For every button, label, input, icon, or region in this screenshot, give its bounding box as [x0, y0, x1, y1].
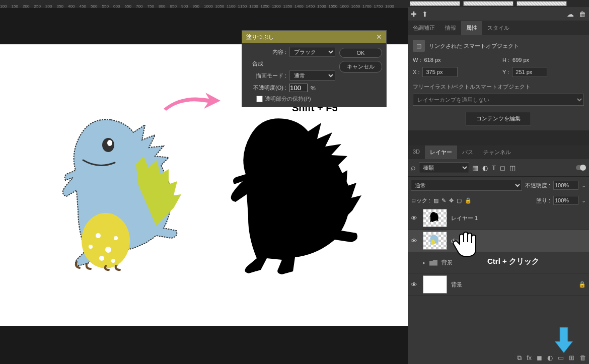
svg-point-3 — [105, 247, 111, 253]
lock-position-icon[interactable]: ✥ — [449, 197, 454, 204]
props-tab-0[interactable]: 色調補正 — [408, 21, 440, 35]
lock-icon: 🔒 — [578, 281, 586, 288]
horizontal-ruler: 1001502002503003504004505005506006507007… — [0, 0, 408, 9]
lock-artboard-icon[interactable]: ▢ — [457, 197, 462, 204]
layer-row[interactable]: 👁背景🔒 — [408, 273, 589, 296]
fill-label: 塗り : — [536, 197, 550, 204]
search-icon[interactable]: ⌕ — [411, 163, 416, 172]
layer-comp-select[interactable]: レイヤーカンプを適用しない — [413, 94, 584, 106]
library-action-bar: ✚ ⬆ ☁ 🗑 — [408, 7, 589, 21]
ctrl-click-label: Ctrl + クリック — [487, 257, 539, 266]
library-thumb[interactable] — [517, 1, 567, 6]
visibility-eye-icon[interactable]: 👁 — [411, 214, 419, 222]
mode-select[interactable]: 通常 — [289, 70, 335, 81]
dinosaur-silhouette-artwork — [211, 110, 362, 276]
fill-dropdown-icon[interactable]: ⌄ — [581, 197, 586, 204]
layer-tab-1[interactable]: レイヤー — [425, 145, 457, 159]
right-panel: ✚ ⬆ ☁ 🗑 色調補正情報属性スタイル ◫ リンクされた スマートオブジェクト… — [408, 0, 589, 364]
mask-icon[interactable]: ◼ — [537, 354, 542, 362]
layer-filter-row: ⌕ 種類 ▦ ◐ T ◻ ◫ — [408, 159, 589, 177]
filter-adjustment-icon[interactable]: ◐ — [482, 164, 488, 172]
properties-panel: ◫ リンクされた スマートオブジェクト W :618 px H :699 px … — [408, 35, 589, 130]
close-icon[interactable]: ✕ — [376, 33, 382, 41]
layer-name-text: 背景 — [451, 281, 462, 288]
opacity-input[interactable] — [289, 84, 308, 92]
layer-thumbnail[interactable] — [423, 232, 447, 250]
chevron-right-icon[interactable]: ▸ — [423, 260, 425, 265]
layers-panel-tabs: 3Dレイヤーパスチャンネル — [408, 145, 589, 159]
filter-type-select[interactable]: 種類 — [419, 162, 469, 173]
link-layers-icon[interactable]: ⧉ — [517, 354, 522, 362]
opacity-dropdown-icon[interactable]: ⌄ — [581, 182, 586, 189]
svg-point-6 — [111, 259, 115, 263]
linked-path-label: フリーイラスト/ベクトルスマートオブジェクト — [413, 83, 584, 91]
svg-point-2 — [89, 245, 93, 249]
layer-thumbnail[interactable] — [423, 275, 447, 294]
x-input[interactable] — [422, 67, 458, 77]
layer-opacity-input[interactable] — [553, 181, 578, 190]
layer-tab-2[interactable]: パス — [457, 145, 478, 159]
svg-point-0 — [82, 213, 130, 268]
svg-point-5 — [99, 256, 104, 261]
tutorial-arrow-icon — [161, 90, 222, 115]
height-label: H : — [502, 57, 509, 63]
dialog-titlebar[interactable]: 塗りつぶし ✕ — [242, 31, 386, 43]
y-label: Y : — [502, 69, 509, 75]
filter-toggle[interactable] — [576, 165, 586, 170]
filter-pixel-icon[interactable]: ▦ — [472, 164, 478, 172]
fill-dialog: 塗りつぶし ✕ 内容 : ブラック 合成 描画モード : 通常 不透明度(O) … — [242, 30, 387, 107]
props-tab-3[interactable]: スタイル — [482, 21, 514, 35]
filter-type-icon[interactable]: T — [492, 164, 496, 172]
fill-opacity-input[interactable] — [553, 196, 578, 205]
opacity-unit: % — [311, 85, 316, 91]
library-thumbnails — [408, 0, 589, 7]
delete-layer-icon[interactable]: 🗑 — [579, 354, 586, 362]
layer-thumbnail[interactable] — [423, 209, 447, 227]
lock-all-icon[interactable]: 🔒 — [465, 197, 472, 204]
fx-icon[interactable]: fx — [527, 354, 532, 362]
add-icon[interactable]: ✚ — [411, 10, 417, 18]
new-layer-icon[interactable]: ⊞ — [569, 354, 574, 362]
library-thumb[interactable] — [410, 1, 460, 6]
visibility-eye-icon[interactable]: 👁 — [411, 237, 419, 245]
props-tab-1[interactable]: 情報 — [440, 21, 461, 35]
y-input[interactable] — [512, 67, 547, 77]
height-value: 699 px — [512, 57, 529, 63]
properties-tabs: 色調補正情報属性スタイル — [408, 21, 589, 35]
filter-smart-icon[interactable]: ◫ — [509, 164, 516, 172]
layer-opacity-label: 不透明度 : — [525, 182, 550, 189]
group-icon[interactable]: ▭ — [558, 354, 564, 362]
library-thumb[interactable] — [463, 1, 513, 6]
x-label: X : — [413, 69, 419, 75]
layer-row[interactable]: 👁dinosaur — [408, 230, 589, 252]
svg-point-9 — [431, 240, 435, 245]
ok-button[interactable]: OK — [339, 48, 382, 58]
layer-tab-0[interactable]: 3D — [408, 145, 425, 159]
svg-point-8 — [107, 140, 112, 146]
lock-paint-icon[interactable]: ✎ — [441, 197, 446, 204]
visibility-eye-icon[interactable]: 👁 — [411, 281, 419, 288]
filter-shape-icon[interactable]: ◻ — [500, 164, 505, 172]
folder-icon — [429, 260, 437, 266]
smart-object-icon: ◫ — [413, 40, 425, 52]
mode-label: 描画モード : — [246, 72, 286, 80]
content-select[interactable]: ブラック — [289, 47, 335, 57]
edit-contents-button[interactable]: コンテンツを編集 — [466, 112, 531, 125]
cancel-button[interactable]: キャンセル — [339, 61, 382, 72]
props-tab-2[interactable]: 属性 — [461, 21, 482, 35]
upload-icon[interactable]: ⬆ — [422, 10, 428, 18]
adjustment-icon[interactable]: ◐ — [547, 354, 553, 362]
lock-label: ロック : — [411, 197, 430, 204]
lock-transparency-icon[interactable]: ▨ — [433, 197, 438, 204]
layer-name-text: レイヤー 1 — [451, 214, 478, 222]
svg-point-4 — [114, 236, 118, 240]
trash-icon[interactable]: 🗑 — [579, 10, 586, 18]
cloud-icon[interactable]: ☁ — [567, 10, 574, 18]
layer-tab-3[interactable]: チャンネル — [478, 145, 516, 159]
preserve-transparency-checkbox[interactable] — [256, 96, 263, 102]
preserve-transparency-label: 透明部分の保持(P) — [265, 95, 311, 103]
layers-bottom-toolbar: ⧉ fx ◼ ◐ ▭ ⊞ 🗑 — [517, 354, 586, 362]
opacity-label: 不透明度(O) : — [246, 84, 286, 92]
blend-mode-select[interactable]: 通常 — [411, 180, 522, 191]
layer-row[interactable]: 👁レイヤー 1 — [408, 207, 589, 230]
